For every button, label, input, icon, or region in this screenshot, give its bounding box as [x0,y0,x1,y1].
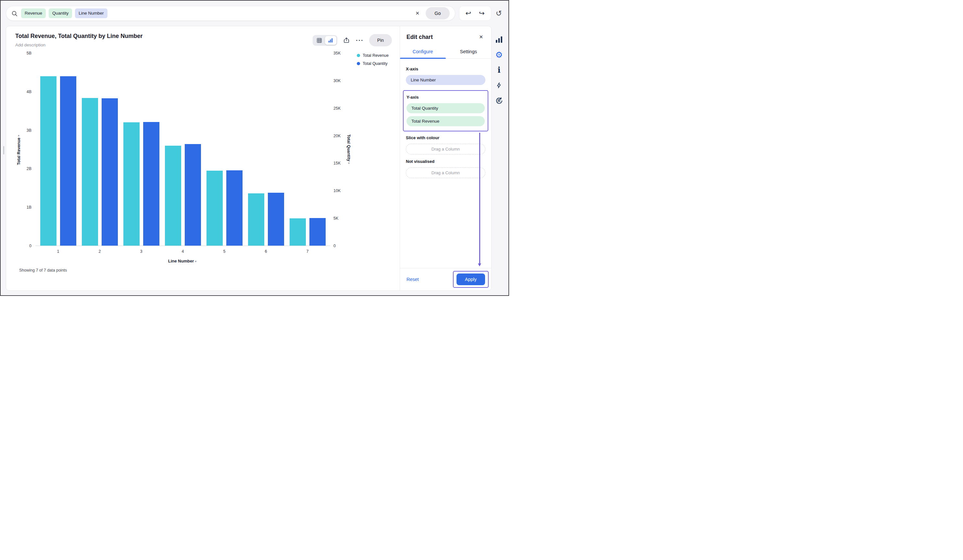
x-axis-title[interactable]: Line Number▾ [36,259,330,264]
legend-dot-icon [357,54,360,57]
tab-configure[interactable]: Configure [400,46,446,58]
axis-tick-label: 5K [334,216,338,221]
right-toolbar: ⚙ i R [493,35,505,105]
bar-total-quantity[interactable] [185,144,201,246]
y-axis-field-pill[interactable]: Total Quantity [407,103,485,113]
bar-total-revenue[interactable] [165,146,181,246]
bar-total-quantity[interactable] [143,122,159,246]
bar-group [287,53,328,246]
right-axis-title[interactable]: Total Quantity▾ [347,134,351,165]
axis-tick-label: 10K [334,188,340,193]
y-axis-field-label: Y-axis [407,95,485,100]
chart-view-icon[interactable] [325,36,336,45]
legend-item[interactable]: Total Quantity [357,62,392,66]
bar-group [204,53,245,246]
chart-title[interactable]: Total Revenue, Total Quantity by Line Nu… [15,33,143,40]
annotation-arrow [479,133,480,265]
caret-down-icon: ▾ [194,259,198,263]
not-visualised-drop-zone[interactable]: Drag a Column [406,167,485,178]
x-tick-label: 5 [204,249,245,254]
apply-button[interactable]: Apply [457,274,485,285]
close-icon[interactable]: ✕ [477,33,485,40]
pane-resize-handle[interactable] [3,146,4,154]
bar-total-quantity[interactable] [102,98,118,246]
axis-tick-label: 2B [27,167,31,171]
search-token[interactable]: Quantity [49,8,72,18]
reset-link[interactable]: Reset [407,277,419,282]
gear-icon[interactable]: ⚙ [494,50,504,59]
bar-group [245,53,287,246]
top-bar: RevenueQuantityLine Number ✕ Go ↩ ↪ ↺ [1,1,509,26]
panel-tabs: Configure Settings [400,46,491,59]
search-token[interactable]: Line Number [75,8,107,18]
bar-group [162,53,204,246]
chart-legend: Total RevenueTotal Quantity [352,53,392,70]
redo-icon[interactable]: ↪ [479,10,485,17]
search-token[interactable]: Revenue [21,8,46,18]
chart-section: Total Revenue, Total Quantity by Line Nu… [6,26,400,290]
more-options-icon[interactable]: ⋯ [355,36,363,45]
edit-chart-panel: Edit chart ✕ Configure Settings X-axis L… [400,26,491,290]
bar-total-quantity[interactable] [60,76,76,246]
bar-total-revenue[interactable] [206,171,223,246]
app-window: RevenueQuantityLine Number ✕ Go ↩ ↪ ↺ To… [0,0,509,296]
caret-down-icon: ▾ [346,161,352,165]
x-axis-field-pill[interactable]: Line Number [406,75,485,85]
x-axis-field-label: X-axis [406,66,485,71]
slice-drop-zone[interactable]: Drag a Column [406,144,485,154]
bar-group [120,53,162,246]
legend-label: Total Revenue [363,53,389,58]
x-tick-label: 7 [287,249,328,254]
share-icon[interactable] [343,37,350,44]
axis-tick-label: 4B [27,89,31,94]
panel-title: Edit chart [407,34,433,40]
left-axis-title[interactable]: Total Revenue▾ [16,134,21,165]
legend-dot-icon [357,62,360,65]
legend-label: Total Quantity [363,62,387,66]
bar-total-quantity[interactable] [226,170,243,246]
bar-group [37,53,79,246]
bar-total-revenue[interactable] [82,98,98,246]
bar-group [79,53,120,246]
bar-total-revenue[interactable] [290,218,306,246]
tab-settings[interactable]: Settings [446,46,491,58]
chart-controls: ⋯ Pin [313,33,392,46]
r-refresh-icon[interactable]: R [494,96,504,105]
clear-search-icon[interactable]: ✕ [412,9,423,18]
apply-annotation-highlight: Apply [453,271,489,288]
pin-button[interactable]: Pin [369,34,392,46]
x-tick-label: 2 [79,249,120,254]
lightning-icon[interactable] [494,81,504,90]
x-tick-label: 6 [245,249,287,254]
history-controls: ↩ ↪ [459,6,491,21]
axis-tick-label: 5B [27,51,31,55]
legend-item[interactable]: Total Revenue [357,53,392,58]
go-button[interactable]: Go [426,7,449,19]
plot-area [36,53,330,246]
bar-total-revenue[interactable] [40,76,57,246]
y-axis-annotation-highlight: Y-axis Total QuantityTotal Revenue [403,90,488,131]
info-icon[interactable]: i [494,66,504,74]
table-view-icon[interactable] [314,36,325,45]
left-axis-ticks: 5B4B3B2B1B0 [23,53,36,246]
bar-total-revenue[interactable] [123,122,139,246]
bar-total-revenue[interactable] [248,193,264,246]
right-axis-ticks: 35K30K25K20K15K10K5K0 [330,53,345,246]
bar-chart-icon[interactable] [494,35,504,44]
bar-total-quantity[interactable] [268,193,284,246]
axis-tick-label: 20K [334,134,340,138]
refresh-icon[interactable]: ↺ [495,9,504,18]
add-description[interactable]: Add description [15,42,143,47]
x-tick-row: 1234567 [36,249,330,254]
axis-tick-label: 1B [27,205,31,210]
search-bar[interactable]: RevenueQuantityLine Number ✕ Go [6,6,455,21]
x-tick-label: 4 [162,249,204,254]
chart-header: Total Revenue, Total Quantity by Line Nu… [15,33,392,47]
axis-tick-label: 35K [334,51,340,55]
search-token-list: RevenueQuantityLine Number [21,8,107,18]
undo-icon[interactable]: ↩ [465,10,472,17]
bar-total-quantity[interactable] [310,218,326,246]
axis-tick-label: 0 [29,244,31,248]
view-toggle [313,35,337,46]
y-axis-field-pill[interactable]: Total Revenue [407,116,485,126]
